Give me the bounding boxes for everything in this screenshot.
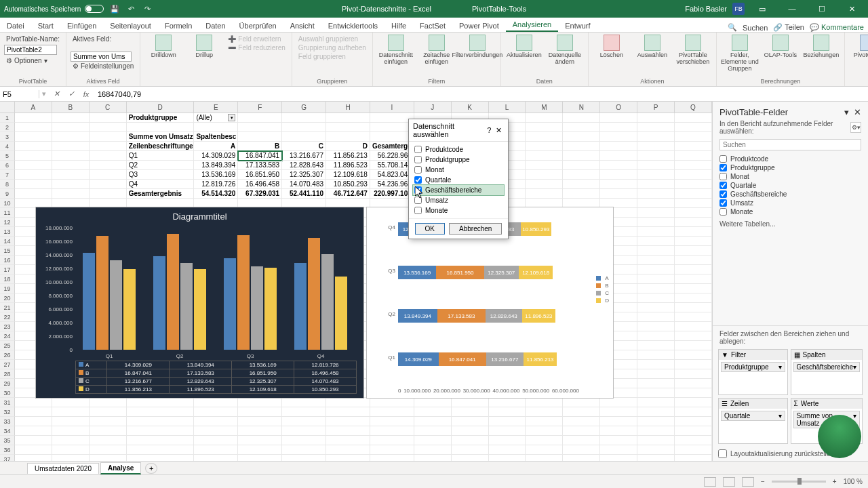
maximize-icon[interactable]: ☐ xyxy=(810,0,834,18)
insert-slicer-button[interactable]: Datenschnitt einfügen xyxy=(377,35,415,66)
tab-datei[interactable]: Datei xyxy=(0,20,31,32)
select-all-corner[interactable] xyxy=(0,102,15,113)
dialog-help-icon[interactable]: ? xyxy=(484,126,494,134)
col-header[interactable]: J xyxy=(414,102,452,113)
field-checkbox[interactable]: Quartale xyxy=(719,181,861,190)
collapse-field-button[interactable]: ➖ Feld reduzieren xyxy=(226,43,287,52)
defer-layout-checkbox[interactable] xyxy=(718,449,727,458)
group-selection-button[interactable]: Auswahl gruppieren xyxy=(296,35,368,43)
comments-button[interactable]: 💬 Kommentare xyxy=(810,23,864,32)
active-field-input[interactable] xyxy=(71,52,132,62)
col-header[interactable]: G xyxy=(282,102,326,113)
field-settings-button[interactable]: ⚙ Feldeinstellungen xyxy=(71,62,136,70)
change-datasource-button[interactable]: Datenquelle ändern xyxy=(546,35,584,66)
slicer-field-option[interactable]: Umsatz xyxy=(413,195,504,205)
col-header[interactable]: O xyxy=(600,102,637,113)
normal-view-icon[interactable] xyxy=(704,477,716,487)
close-icon[interactable]: ✕ xyxy=(840,0,864,18)
redo-icon[interactable]: ↷ xyxy=(142,3,153,14)
col-header[interactable]: M xyxy=(526,102,563,113)
fieldpane-close-icon[interactable]: ✕ xyxy=(854,107,861,117)
rows-area[interactable]: ☰Zeilen Quartale▾ xyxy=(718,398,788,444)
slicer-field-option[interactable]: Geschäftsbereiche xyxy=(413,185,504,195)
col-header[interactable]: B xyxy=(52,102,90,113)
dialog-close-icon[interactable]: ✕ xyxy=(494,126,504,135)
drilldown-button[interactable]: Drilldown xyxy=(144,35,182,59)
drillup-button[interactable]: Drillup xyxy=(185,35,223,59)
tab-start[interactable]: Start xyxy=(31,20,60,32)
field-checkbox[interactable]: Umsatz xyxy=(719,199,861,207)
tab-entwicklertools[interactable]: Entwicklertools xyxy=(321,20,384,32)
tab-analysieren[interactable]: Analysieren xyxy=(506,18,558,32)
search-icon[interactable]: 🔍 xyxy=(728,23,737,32)
col-header[interactable]: Q xyxy=(675,102,712,113)
tab-ansicht[interactable]: Ansicht xyxy=(283,20,321,32)
filter-connections-button[interactable]: Filterverbindungen xyxy=(458,35,496,59)
col-header[interactable]: L xyxy=(489,102,526,113)
slicer-field-option[interactable]: Monate xyxy=(413,205,504,216)
new-sheet-button[interactable]: + xyxy=(145,463,157,474)
name-box[interactable]: F5 xyxy=(0,90,39,98)
more-tables-link[interactable]: Weitere Tabellen... xyxy=(713,218,868,230)
filter-pill[interactable]: Produktgruppe▾ xyxy=(721,362,785,372)
select-button[interactable]: Auswählen xyxy=(633,35,671,59)
field-checkbox[interactable]: Monate xyxy=(719,207,861,216)
tab-factset[interactable]: FactSet xyxy=(413,20,452,32)
expand-field-button[interactable]: ➕ Feld erweitern xyxy=(226,35,287,43)
col-header[interactable]: A xyxy=(15,102,52,113)
field-checkbox[interactable]: Monat xyxy=(719,172,861,181)
cancel-formula-icon[interactable]: ✕ xyxy=(49,89,64,98)
field-checkbox[interactable]: Produktgruppe xyxy=(719,163,861,172)
clear-button[interactable]: Löschen xyxy=(593,35,631,59)
tab-einfuegen[interactable]: Einfügen xyxy=(60,20,103,32)
options-button[interactable]: ⚙ Optionen ▾ xyxy=(4,56,62,65)
tab-ueberpruefen[interactable]: Überprüfen xyxy=(233,20,283,32)
field-checkbox[interactable]: Produktcode xyxy=(719,155,861,163)
sheet-tab-analyse[interactable]: Analyse xyxy=(100,462,141,474)
minimize-icon[interactable]: — xyxy=(780,0,804,18)
tab-entwurf[interactable]: Entwurf xyxy=(558,20,597,32)
formula-input[interactable]: 16847040,79 xyxy=(94,90,868,98)
col-header[interactable]: E xyxy=(194,102,238,113)
columns-area[interactable]: ▦Spalten Geschäftsbereiche▾ xyxy=(791,349,863,395)
field-checkbox[interactable]: Geschäftsbereiche xyxy=(719,190,861,199)
col-header[interactable]: H xyxy=(326,102,370,113)
search-hint[interactable]: Suchen xyxy=(743,24,768,32)
fields-items-sets-button[interactable]: Felder, Elemente und Gruppen xyxy=(721,35,759,73)
tab-daten[interactable]: Daten xyxy=(199,20,232,32)
undo-icon[interactable]: ↶ xyxy=(125,3,136,14)
col-header[interactable]: N xyxy=(563,102,600,113)
group-field-button[interactable]: Feld gruppieren xyxy=(296,52,368,61)
filter-area[interactable]: ▼Filter Produktgruppe▾ xyxy=(718,349,788,395)
move-pivottable-button[interactable]: PivotTable verschieben xyxy=(674,35,712,66)
tab-seitenlayout[interactable]: Seitenlayout xyxy=(103,20,158,32)
pivot-chart-bars[interactable]: Diagrammtitel 02.000.0004.000.0006.000.0… xyxy=(35,207,364,399)
autosave-toggle[interactable]: Automatisches Speichern xyxy=(4,5,104,13)
ribbon-display-icon[interactable]: ▭ xyxy=(750,0,774,18)
zoom-level[interactable]: 100 % xyxy=(844,478,863,485)
fieldpane-search-input[interactable] xyxy=(719,139,861,150)
slicer-field-option[interactable]: Monat xyxy=(413,165,504,175)
dialog-ok-button[interactable]: OK xyxy=(415,223,445,235)
user-avatar[interactable]: FB xyxy=(732,3,745,15)
page-layout-view-icon[interactable] xyxy=(723,477,735,487)
tab-hilfe[interactable]: Hilfe xyxy=(384,20,413,32)
pivottable-name-input[interactable] xyxy=(4,45,57,55)
fieldpane-gear-icon[interactable]: ⚙▾ xyxy=(850,122,861,133)
dialog-cancel-button[interactable]: Abbrechen xyxy=(449,223,502,235)
relationships-button[interactable]: Beziehungen xyxy=(802,35,840,59)
col-header[interactable]: C xyxy=(90,102,127,113)
refresh-button[interactable]: Aktualisieren xyxy=(505,35,543,59)
zoom-in-icon[interactable]: + xyxy=(833,478,837,485)
pivotchart-button[interactable]: PivotChart xyxy=(849,35,868,59)
zoom-out-icon[interactable]: − xyxy=(761,478,765,485)
user-name[interactable]: Fabio Basler xyxy=(685,5,727,13)
save-icon[interactable]: 💾 xyxy=(109,3,120,14)
slicer-field-option[interactable]: Produktgruppe xyxy=(413,155,504,165)
col-header[interactable]: P xyxy=(637,102,675,113)
olap-tools-button[interactable]: OLAP-Tools xyxy=(762,35,800,59)
zoom-slider[interactable] xyxy=(772,481,826,483)
col-header[interactable]: I xyxy=(370,102,414,113)
share-button[interactable]: 🔗 Teilen xyxy=(773,23,804,32)
enter-formula-icon[interactable]: ✓ xyxy=(64,89,79,98)
